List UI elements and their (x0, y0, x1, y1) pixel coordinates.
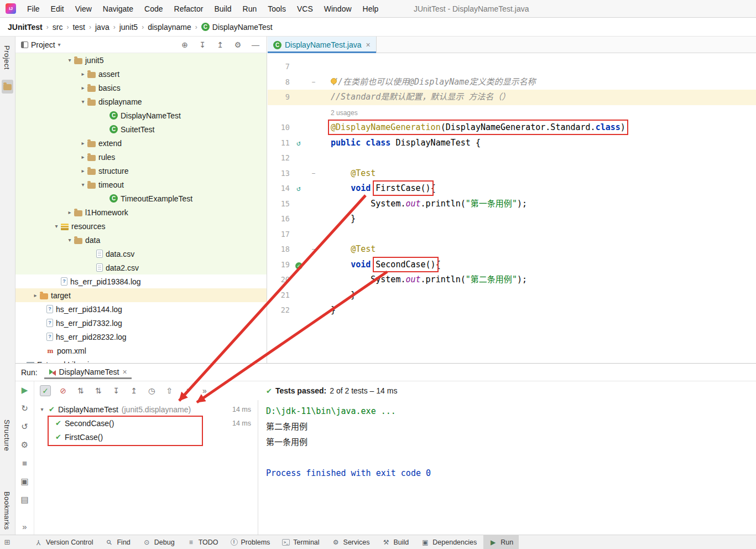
filter-ignored-icon[interactable]: ⊘ (58, 385, 69, 396)
menu-run[interactable]: Run (237, 1, 263, 17)
test-result-secondcase[interactable]: ✔SecondCase()14 ms (34, 416, 258, 430)
tree-item-target[interactable]: ▸target (15, 288, 267, 302)
locate-icon[interactable]: ⊕ (179, 39, 190, 50)
tree-item-hs-err-pid3144-log[interactable]: ?hs_err_pid3144.log (15, 302, 267, 316)
chevron-right-icon[interactable]: ▸ (31, 292, 40, 298)
chevron-right-icon[interactable]: ▸ (79, 71, 87, 77)
intention-bulb-icon[interactable] (331, 78, 337, 84)
more-tools-icon[interactable]: » (19, 521, 30, 532)
status-item-debug[interactable]: ⊙Debug (137, 535, 180, 549)
fold-marker[interactable]: − (307, 166, 320, 182)
tool-window-switcher-icon[interactable]: ⊞ (0, 538, 14, 546)
tree-item-extend[interactable]: ▸extend (15, 136, 267, 150)
chevron-right-icon[interactable]: ▸ (79, 85, 87, 91)
hide-icon[interactable]: — (250, 39, 261, 50)
sort-by-duration-icon[interactable]: ⇅ (75, 385, 86, 396)
status-item-build[interactable]: ⚒Build (377, 535, 415, 549)
menu-window[interactable]: Window (319, 1, 357, 17)
tool-button-project[interactable]: Project (2, 43, 12, 72)
breadcrumb-item-displaynametest[interactable]: CDisplayNameTest (201, 23, 273, 32)
expand-all-icon[interactable]: ↧ (111, 385, 122, 396)
tree-item-assert[interactable]: ▸assert (15, 67, 267, 81)
editor-tab[interactable]: C DisplayNameTest.java × (268, 37, 377, 53)
chevron-down-icon[interactable]: ▾ (58, 42, 61, 48)
chevron-down-icon[interactable]: ▾ (79, 182, 87, 188)
tree-item-timeoutexampletest[interactable]: CTimeoutExampleTest (15, 191, 267, 205)
test-history-icon[interactable]: ◷ (146, 385, 157, 396)
collapse-all-icon[interactable]: ↥ (215, 39, 226, 50)
tree-item-hs-err-pid19384-log[interactable]: ?hs_err_pid19384.log (15, 274, 267, 288)
menu-tools[interactable]: Tools (262, 1, 291, 17)
test-runner-settings-icon[interactable]: ⚙ (19, 439, 30, 450)
chevron-down-icon[interactable]: ▾ (65, 57, 74, 63)
settings-icon[interactable]: ⚙ (232, 39, 243, 50)
tree-item-l1homework[interactable]: ▸l1Homework (15, 205, 267, 219)
expand-all-icon[interactable]: ↧ (197, 39, 208, 50)
tree-item-hs-err-pid28232-log[interactable]: ?hs_err_pid28232.log (15, 330, 267, 344)
profiler-icon[interactable]: ▤ (19, 494, 30, 505)
filter-passed-icon[interactable]: ✓ (40, 385, 51, 396)
chevron-down-icon[interactable]: ▾ (65, 237, 74, 243)
breadcrumb-item-java[interactable]: java (95, 23, 110, 32)
project-view-selector[interactable]: Project (31, 40, 55, 49)
menu-file[interactable]: File (22, 1, 45, 17)
chevron-right-icon[interactable]: ▸ (65, 209, 74, 215)
run-tab[interactable]: DisplayNameTest × (44, 365, 132, 379)
breadcrumb-item-displayname[interactable]: displayname (148, 23, 191, 32)
breadcrumb-item-src[interactable]: src (53, 23, 63, 32)
status-item-terminal[interactable]: >_Terminal (277, 535, 325, 549)
status-item-problems[interactable]: !Problems (225, 535, 276, 549)
status-item-find[interactable]: ⚲Find (100, 535, 135, 549)
menu-vcs[interactable]: VCS (291, 1, 319, 17)
thread-dump-icon[interactable]: ▣ (19, 476, 30, 487)
menu-code[interactable]: Code (139, 1, 168, 17)
rerun-icon[interactable]: ▶ (19, 385, 30, 396)
export-test-results-icon[interactable]: ↗ (181, 385, 192, 396)
menu-navigate[interactable]: Navigate (97, 1, 139, 17)
stop-icon[interactable]: ■ (19, 458, 30, 469)
chevron-right-icon[interactable]: ▸ (79, 140, 87, 146)
menu-help[interactable]: Help (357, 1, 384, 17)
tree-item-data2-csv[interactable]: data2.csv (15, 261, 267, 274)
project-tool-button[interactable] (2, 80, 13, 94)
tree-item-external-libraries[interactable]: ▸External Libraries (15, 358, 267, 363)
menu-view[interactable]: View (70, 1, 97, 17)
tool-button-bookmarks[interactable]: Bookmarks (2, 489, 12, 532)
tree-item-rules[interactable]: ▸rules (15, 150, 267, 164)
menu-build[interactable]: Build (208, 1, 237, 17)
run-gutter-icon[interactable]: ↺ (290, 181, 307, 196)
tree-item-data[interactable]: ▾data (15, 233, 267, 247)
code-area[interactable]: 78−//在类前也可以使用@DisplayName定义类的显示名称9//Stan… (268, 53, 756, 363)
sort-alphabetically-icon[interactable]: ⇅ (93, 385, 104, 396)
import-test-results-icon[interactable]: ⇧ (164, 385, 175, 396)
app-logo-icon[interactable]: IJ (6, 3, 16, 14)
close-icon[interactable]: × (123, 367, 127, 376)
chevron-down-icon[interactable]: ▾ (39, 406, 45, 412)
status-item-version-control[interactable]: YVersion Control (29, 535, 98, 549)
menu-edit[interactable]: Edit (45, 1, 70, 17)
usages-hint[interactable]: 2 usages (331, 109, 358, 117)
chevron-down-icon[interactable]: ▾ (52, 223, 61, 229)
fold-marker[interactable]: − (307, 75, 320, 90)
rerun-failed-icon[interactable]: ↻ (19, 403, 30, 414)
status-item-run[interactable]: ▶Run (483, 535, 519, 549)
resume-icon[interactable]: ↺ (19, 421, 30, 432)
collapse-all-icon[interactable]: ↥ (128, 385, 139, 396)
breadcrumb-item-test[interactable]: test (72, 23, 85, 32)
chevron-down-icon[interactable]: ▾ (79, 99, 87, 105)
tree-item-junit5[interactable]: ▾junit5 (15, 53, 267, 67)
test-result-root[interactable]: ▾✔DisplayNameTest(junit5.displayname)14 … (34, 402, 258, 416)
tree-item-basics[interactable]: ▸basics (15, 81, 267, 95)
menu-refactor[interactable]: Refactor (169, 1, 209, 17)
status-item-services[interactable]: ⚙Services (326, 535, 376, 549)
tree-item-suitettest[interactable]: CSuitetTest (15, 122, 267, 136)
status-item-dependencies[interactable]: ▣Dependencies (415, 535, 482, 549)
test-result-firstcase[interactable]: ✔FirstCase() (34, 430, 258, 444)
tree-item-displayname[interactable]: ▾displayname (15, 95, 267, 108)
test-passed-gutter-icon[interactable]: ✓ (290, 257, 307, 273)
run-gutter-icon[interactable]: ↺ (290, 136, 307, 151)
chevron-right-icon[interactable]: ▸ (79, 168, 87, 174)
tree-item-displaynametest[interactable]: CDisplayNameTest (15, 108, 267, 122)
chevron-right-icon[interactable]: ▸ (79, 154, 87, 160)
tree-item-hs-err-pid7332-log[interactable]: ?hs_err_pid7332.log (15, 316, 267, 330)
